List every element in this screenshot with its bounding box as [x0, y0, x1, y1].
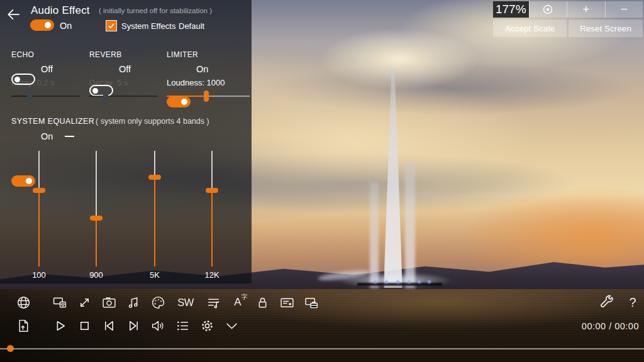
loudness-slider-handle: [204, 90, 209, 102]
volume-icon[interactable]: [150, 317, 166, 334]
screenshot-icon[interactable]: [101, 294, 117, 310]
music-playlist-icon[interactable]: [205, 294, 221, 310]
eq-band-5k-label: 5K: [139, 270, 170, 280]
eq-band-5k[interactable]: 5K: [148, 151, 161, 266]
help-button[interactable]: ?: [625, 294, 641, 310]
time-display: 00:00 / 00:00: [551, 321, 639, 331]
equalizer-title: SYSTEM EQUALIZER: [11, 117, 94, 126]
eq-band-900-handle: [90, 216, 103, 221]
zoom-level: 177%: [493, 1, 529, 18]
eq-band-100-label: 100: [23, 270, 55, 280]
equalizer-toggle[interactable]: [11, 175, 35, 187]
zoom-in-button[interactable]: +: [567, 1, 605, 18]
accept-scale-button[interactable]: Accept Scale: [493, 19, 567, 37]
echo-slider[interactable]: [11, 90, 80, 102]
limiter-state: On: [196, 64, 208, 74]
original-scale-button[interactable]: [529, 1, 567, 18]
system-effects-label: System Effects: [121, 21, 175, 31]
wrench-icon[interactable]: [599, 294, 615, 310]
network-icon[interactable]: [15, 294, 31, 310]
subtitle-font-letter: A: [234, 296, 241, 309]
eq-band-900[interactable]: 900: [90, 151, 103, 266]
eq-band-900-label: 900: [80, 270, 112, 280]
eq-band-100[interactable]: 100: [33, 151, 45, 266]
audio-tracks-icon[interactable]: [125, 294, 142, 310]
check-icon: [108, 22, 115, 30]
audio-effect-toggle-label: On: [60, 21, 72, 31]
media-info-icon[interactable]: [279, 294, 295, 310]
toolbar-primary: SW A 字: [15, 294, 319, 310]
echo-param: Delay: 0.2 s: [11, 78, 55, 87]
eq-band-12k[interactable]: 12K: [206, 151, 218, 266]
lock-icon[interactable]: [254, 294, 270, 310]
equalizer-toggle-label: On: [41, 131, 53, 141]
settings-gear-icon[interactable]: [199, 317, 215, 334]
seek-knob[interactable]: [7, 345, 14, 352]
play-icon[interactable]: [52, 317, 68, 334]
eq-band-5k-handle: [148, 175, 161, 180]
reverb-param: Decay: 5 s: [89, 78, 128, 87]
reverb-state: Off: [119, 64, 131, 74]
audio-effect-panel: Audio Effect ( initially turned off for …: [0, 0, 252, 283]
echo-label: ECHO: [11, 50, 34, 59]
loudness-slider[interactable]: [167, 90, 250, 102]
scale-panel: 177% + − Accept Scale Reset Screen: [493, 1, 643, 37]
equalizer-note: ( system only supports 4 bands ): [96, 117, 209, 126]
limiter-label: LIMITER: [167, 50, 198, 59]
subtitle-font-button[interactable]: A 字: [230, 294, 246, 310]
loudness-label: Loudness: 1000: [167, 78, 225, 87]
back-icon[interactable]: [6, 6, 22, 23]
seek-bar[interactable]: [0, 345, 644, 353]
equalizer-collapse-button[interactable]: [65, 136, 74, 137]
toolbox-icon[interactable]: [303, 294, 319, 310]
cast-to-device-icon[interactable]: [52, 294, 68, 310]
reset-screen-button[interactable]: Reset Screen: [569, 19, 643, 37]
stop-icon[interactable]: [76, 317, 92, 334]
target-icon: [542, 4, 553, 15]
color-palette-icon[interactable]: [150, 294, 166, 310]
chevron-down-icon[interactable]: [223, 317, 240, 334]
sw-decoder-button[interactable]: SW: [174, 294, 197, 310]
reverb-label: REVERB: [89, 50, 122, 59]
eq-band-12k-handle: [206, 188, 218, 193]
echo-slider-handle: [27, 90, 32, 102]
audio-effect-toggle[interactable]: [30, 19, 54, 31]
zoom-out-button[interactable]: −: [605, 1, 643, 18]
fountain-jet: [365, 69, 440, 288]
open-file-icon[interactable]: [15, 317, 31, 334]
next-icon[interactable]: [125, 317, 142, 334]
playlist-icon[interactable]: [174, 317, 191, 334]
echo-state: Off: [41, 64, 53, 74]
reverb-slider-handle: [103, 90, 108, 102]
stabilization-note: ( initially turned off for stabilization…: [99, 7, 212, 14]
resize-icon[interactable]: [76, 294, 92, 310]
eq-band-12k-label: 12K: [196, 270, 228, 280]
default-button[interactable]: Default: [179, 21, 204, 31]
reverb-slider[interactable]: [89, 90, 157, 102]
toolbar-playback: [15, 317, 240, 334]
system-effects-checkbox[interactable]: [106, 20, 117, 31]
subtitle-font-glyph: 字: [242, 293, 248, 302]
eq-band-100-handle: [33, 188, 45, 193]
page-title: Audio Effect: [31, 4, 90, 17]
sw-decoder-label: SW: [177, 297, 194, 309]
previous-icon[interactable]: [101, 317, 117, 334]
